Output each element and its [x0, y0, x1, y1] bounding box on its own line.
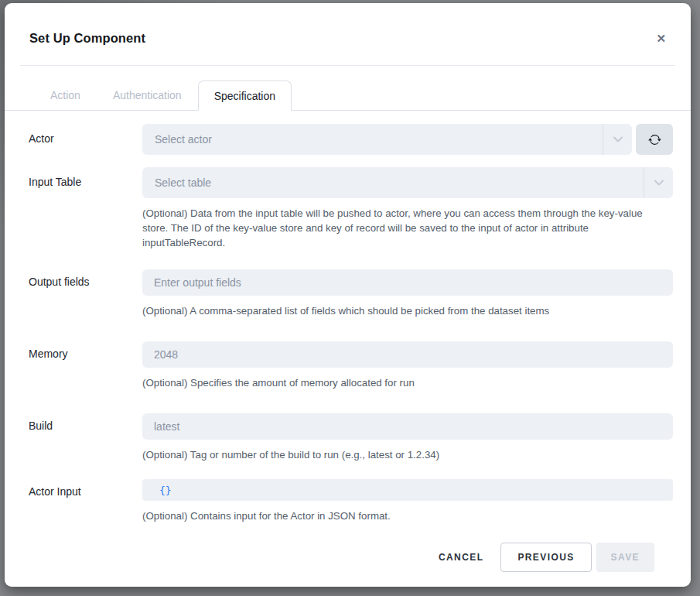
setup-component-modal: Set Up Component ✕ Action Authentication…: [5, 3, 691, 587]
tab-specification[interactable]: Specification: [198, 80, 292, 111]
form-row-input-table: Input Table Select table (Optional) Data…: [29, 167, 673, 250]
cancel-button[interactable]: CANCEL: [426, 543, 496, 572]
actor-input-json-editor[interactable]: {}: [142, 479, 673, 501]
form-row-memory: Memory (Optional) Specifies the amount o…: [29, 341, 673, 390]
output-fields-label: Output fields: [29, 269, 142, 318]
input-table-help: (Optional) Data from the input table wil…: [142, 206, 653, 250]
memory-input[interactable]: [142, 341, 673, 368]
modal-footer: CANCEL PREVIOUS SAVE: [29, 523, 673, 572]
build-label: Build: [29, 413, 142, 462]
chevron-down-icon[interactable]: [644, 180, 673, 186]
form-row-output-fields: Output fields (Optional) A comma-separat…: [29, 269, 673, 318]
tab-authentication[interactable]: Authentication: [97, 80, 198, 110]
modal-title: Set Up Component: [29, 31, 145, 46]
actor-select-placeholder: Select actor: [155, 133, 212, 146]
modal-header: Set Up Component ✕: [5, 3, 691, 65]
refresh-icon: [648, 133, 661, 146]
memory-help: (Optional) Specifies the amount of memor…: [142, 375, 653, 390]
form-row-build: Build (Optional) Tag or number of the bu…: [29, 413, 673, 462]
actor-select-suffix: [603, 124, 632, 155]
modal-body: Actor Select actor: [5, 111, 691, 587]
build-input[interactable]: [142, 413, 673, 440]
tab-bar: Action Authentication Specification: [5, 66, 691, 111]
save-button: SAVE: [596, 543, 654, 572]
input-table-label: Input Table: [29, 167, 142, 250]
output-fields-input[interactable]: [142, 269, 673, 296]
output-fields-help: (Optional) A comma-separated list of fie…: [142, 303, 653, 318]
chevron-down-icon[interactable]: [603, 136, 632, 142]
previous-button[interactable]: PREVIOUS: [500, 543, 591, 572]
form-row-actor: Actor Select actor: [29, 124, 673, 155]
close-icon: ✕: [656, 32, 666, 45]
actor-input-label: Actor Input: [29, 479, 142, 523]
tab-action[interactable]: Action: [34, 80, 97, 110]
input-table-select[interactable]: Select table: [142, 167, 673, 198]
actor-input-json-value: {}: [159, 485, 172, 496]
build-help: (Optional) Tag or number of the build to…: [142, 447, 653, 462]
close-button[interactable]: ✕: [653, 29, 669, 47]
memory-label: Memory: [29, 341, 142, 390]
input-table-select-suffix: [644, 167, 673, 198]
input-table-select-placeholder: Select table: [155, 176, 211, 189]
actor-select[interactable]: Select actor: [142, 124, 632, 155]
form-row-actor-input: Actor Input {} (Optional) Contains input…: [29, 479, 673, 523]
refresh-button[interactable]: [636, 124, 673, 155]
actor-input-help: (Optional) Contains input for the Actor …: [142, 509, 653, 523]
actor-label: Actor: [29, 124, 142, 155]
